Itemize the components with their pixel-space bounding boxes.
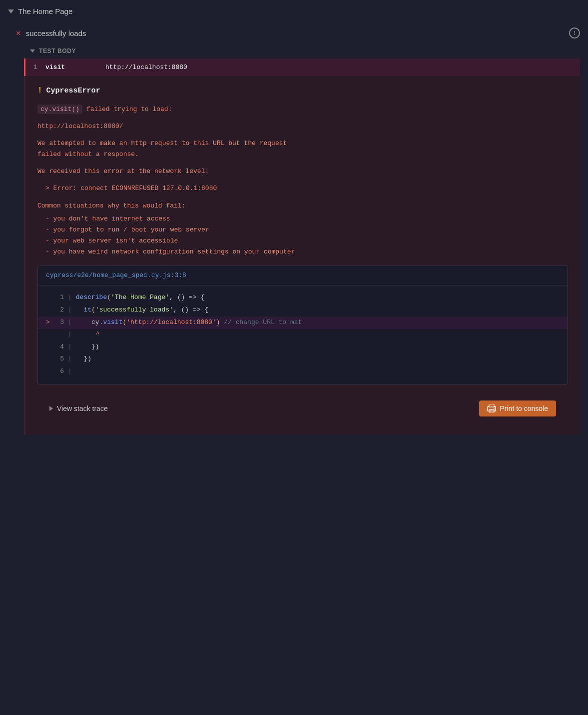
- line-4-content: }): [76, 342, 99, 352]
- inline-code: cy.visit(): [37, 104, 82, 114]
- code-file-link[interactable]: cypress/e2e/home_page_spec.cy.js:3:8: [38, 266, 568, 286]
- line-1-describe: describe: [76, 294, 107, 301]
- print-console-label: Print to console: [500, 404, 549, 412]
- situation-2: - you forgot to run / boot your web serv…: [37, 224, 568, 236]
- test-title: successfully loads: [26, 29, 86, 38]
- situation-4: - you have weird network configuration s…: [37, 246, 568, 258]
- error-detail: > Error: connect ECONNREFUSED 127.0.0.1:…: [37, 183, 568, 194]
- line-6-num: 6: [55, 366, 64, 377]
- line-4-pipe: |: [68, 342, 72, 352]
- error-message1: We attempted to make an http request to …: [37, 138, 568, 160]
- error-panel: ! CypressError cy.visit() failed trying …: [24, 76, 580, 434]
- error-situations-title: Common situations why this would fail:: [37, 200, 568, 212]
- error-url: http://localhost:8080/: [37, 121, 568, 132]
- info-icon[interactable]: !: [569, 28, 580, 38]
- command-value: http://localhost:8080: [105, 64, 187, 71]
- line-5-num: 5: [55, 354, 64, 364]
- test-body-header[interactable]: TEST BODY: [24, 44, 588, 58]
- test-row[interactable]: ✕ successfully loads !: [0, 22, 588, 44]
- code-line-2: 2 | it('successfully loads', () => {: [38, 304, 568, 316]
- svg-rect-1: [489, 404, 494, 407]
- error-url-container: http://localhost:8080/: [37, 121, 568, 132]
- line-1-arrow: [46, 292, 55, 303]
- line-1-content: describe('The Home Page', () => {: [76, 292, 204, 303]
- line-6-content: [76, 366, 80, 377]
- line-1-num: 1: [55, 292, 64, 303]
- command-row: 1 visit http://localhost:8080: [24, 58, 580, 76]
- print-console-button[interactable]: Print to console: [479, 400, 557, 416]
- line-2-it: it: [83, 306, 91, 314]
- code-line-3: > 3 | cy.visit('http://localhost:8080') …: [38, 316, 568, 329]
- line-4-arrow: [46, 342, 55, 352]
- fail-icon: ✕: [16, 28, 21, 38]
- caret-line: | ^: [38, 329, 568, 341]
- exclamation-icon: !: [37, 86, 42, 95]
- test-body-label: TEST BODY: [39, 48, 76, 54]
- line-2-arrow: [46, 305, 55, 316]
- error-failed-text: failed trying to load:: [86, 106, 172, 113]
- suite-header[interactable]: The Home Page: [0, 0, 588, 22]
- suite-title: The Home Page: [18, 7, 72, 16]
- svg-point-3: [494, 408, 495, 409]
- situation-1: - you don't have internet access: [37, 214, 568, 224]
- command-name: visit: [45, 64, 105, 71]
- line-4-num: 4: [55, 342, 64, 352]
- situation-3: - your web server isn't accessible: [37, 236, 568, 246]
- code-lines: 1 | describe('The Home Page', () => { 2 …: [38, 286, 568, 384]
- test-body-container: TEST BODY 1 visit http://localhost:8080 …: [24, 44, 588, 434]
- suite-chevron-icon: [8, 10, 14, 14]
- code-snippet-panel: cypress/e2e/home_page_spec.cy.js:3:8 1 |…: [37, 266, 568, 384]
- main-container: The Home Page ✕ successfully loads ! TES…: [0, 0, 588, 715]
- test-body-chevron-icon: [30, 50, 35, 52]
- print-icon: [487, 404, 496, 412]
- line-3-num: 3: [55, 318, 64, 328]
- line-6-pipe: |: [68, 366, 72, 377]
- code-line-1: 1 | describe('The Home Page', () => {: [38, 292, 568, 304]
- code-line-6: 6 |: [38, 366, 568, 378]
- stack-trace-chevron-icon: [49, 406, 53, 411]
- line-3-content: cy.visit('http://localhost:8080') // cha…: [76, 318, 302, 328]
- line-3-pipe: |: [68, 318, 72, 328]
- line-1-pipe: |: [68, 292, 72, 303]
- error-title-row: ! CypressError: [37, 86, 568, 95]
- line-6-arrow: [46, 366, 55, 377]
- bottom-row: View stack trace Print to console: [37, 392, 568, 424]
- stack-trace-label: View stack trace: [57, 404, 108, 412]
- line-5-arrow: [46, 354, 55, 364]
- caret-symbol: ^: [96, 330, 100, 338]
- code-line-5: 5 | }): [38, 353, 568, 366]
- view-stack-trace-btn[interactable]: View stack trace: [49, 404, 108, 412]
- line-3-arrow: >: [46, 318, 55, 328]
- error-title: CypressError: [46, 86, 100, 95]
- line-2-content: it('successfully loads', () => {: [76, 305, 208, 316]
- line-5-content: }): [76, 354, 91, 364]
- error-body: cy.visit() failed trying to load: http:/…: [37, 104, 568, 384]
- line-2-num: 2: [55, 305, 64, 316]
- command-num: 1: [33, 64, 45, 71]
- line-2-pipe: |: [68, 305, 72, 316]
- test-row-left: ✕ successfully loads: [16, 28, 86, 38]
- code-line-4: 4 | }): [38, 341, 568, 354]
- error-line1: cy.visit() failed trying to load:: [37, 104, 568, 115]
- error-network-msg: We received this error at the network le…: [37, 166, 568, 177]
- line-5-pipe: |: [68, 354, 72, 364]
